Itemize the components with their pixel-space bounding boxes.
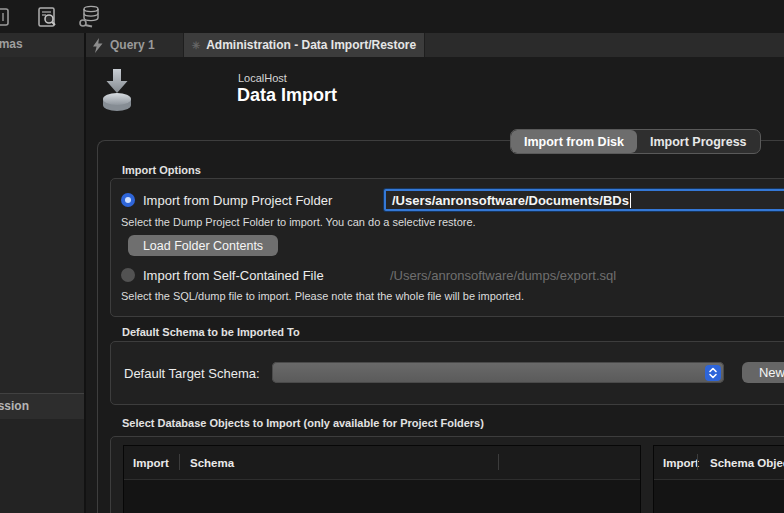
schemas-col-import: Import: [133, 446, 169, 479]
default-target-schema-dropdown[interactable]: [272, 362, 724, 383]
import-options-label: Import Options: [122, 164, 201, 176]
objects-col-import: Import: [663, 446, 699, 479]
self-contained-radio-label: Import from Self-Contained File: [143, 268, 324, 283]
table-inspector-icon[interactable]: [38, 7, 59, 27]
schema-objects-table[interactable]: Import Schema Objects: [653, 445, 784, 513]
tab-administration[interactable]: ✳ Administration - Data Import/Restore: [183, 33, 425, 57]
lightning-icon: [92, 38, 103, 53]
dump-folder-path-value: /Users/anronsoftware/Documents/BDs: [392, 193, 629, 208]
objects-section-label: Select Database Objects to Import (only …: [122, 417, 484, 429]
schemas-table-header: Import Schema: [124, 446, 640, 480]
import-from-disk-segment[interactable]: Import from Disk: [511, 130, 637, 153]
text-caret: [630, 193, 632, 208]
main-toolbar: [0, 0, 784, 33]
column-divider: [179, 454, 180, 470]
editor-tab-bar: Schemas Query 1 ✳ Administration - Data …: [0, 33, 784, 58]
view-toggle: Import from Disk Import Progress: [510, 129, 761, 154]
dropdown-stepper-icon: [705, 365, 721, 381]
objects-col-schema-objects: Schema Objects: [710, 446, 784, 479]
self-contained-help: Select the SQL/dump file to import. Plea…: [121, 290, 524, 302]
dump-folder-radio[interactable]: [121, 193, 135, 207]
default-schema-section-label: Default Schema to be Imported To: [122, 326, 300, 338]
tab-administration-label: Administration - Data Import/Restore: [206, 38, 416, 52]
dump-folder-radio-label: Import from Dump Project Folder: [143, 193, 332, 208]
tab-query-1[interactable]: Query 1: [92, 33, 155, 57]
import-progress-segment[interactable]: Import Progress: [637, 130, 760, 153]
schemas-table[interactable]: Import Schema: [123, 445, 641, 513]
self-contained-path-value: /Users/anronsoftware/dumps/export.sql: [390, 268, 616, 283]
sidebar-session-label: Session: [0, 399, 29, 413]
admin-tab-icon: ✳: [192, 40, 200, 51]
left-sidebar: Session: [0, 57, 84, 513]
connection-name: LocalHost: [238, 72, 287, 84]
server-admin-icon[interactable]: [76, 5, 103, 30]
schema-objects-table-header: Import Schema Objects: [654, 446, 784, 480]
sidebar-session-header[interactable]: Session: [0, 393, 84, 420]
new-schema-button[interactable]: New: [742, 362, 784, 383]
sidebar-session-panel: [0, 419, 84, 513]
tab-query-1-label: Query 1: [110, 38, 155, 52]
sidebar-panel-title[interactable]: Schemas: [0, 37, 23, 51]
dump-folder-help: Select the Dump Project Folder to import…: [121, 216, 476, 228]
data-import-icon: [96, 68, 138, 112]
column-divider: [697, 454, 698, 470]
self-contained-radio[interactable]: [121, 268, 135, 282]
page-title: Data Import: [237, 85, 337, 106]
dump-folder-path-input[interactable]: /Users/anronsoftware/Documents/BDs: [384, 189, 784, 211]
app-window: Schemas Query 1 ✳ Administration - Data …: [0, 0, 784, 513]
data-import-panel: LocalHost Data Import Import from Disk I…: [86, 57, 784, 513]
schemas-col-schema: Schema: [190, 446, 234, 479]
column-divider: [498, 454, 499, 470]
load-folder-contents-button[interactable]: Load Folder Contents: [128, 235, 278, 256]
clipped-toolbar-icon[interactable]: [0, 8, 10, 27]
default-target-schema-label: Default Target Schema:: [124, 366, 260, 381]
